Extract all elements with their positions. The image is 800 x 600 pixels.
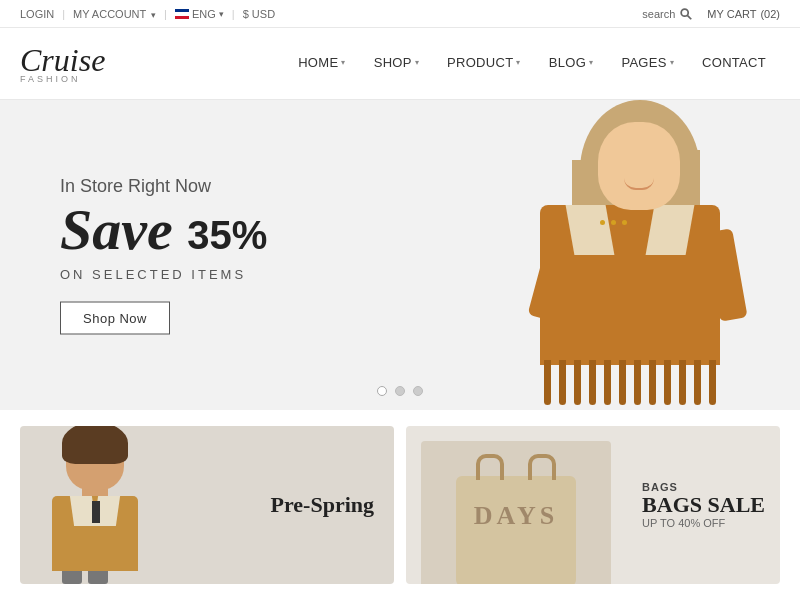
dot-2[interactable] — [395, 386, 405, 396]
promo-card-bags[interactable]: DAYS BAGS BAGS SALE UP TO 40% OFF — [406, 426, 780, 584]
svg-line-1 — [688, 15, 692, 19]
bag-container: DAYS — [421, 441, 611, 584]
promo-card-prespring[interactable]: Pre-Spring — [20, 426, 394, 584]
separator-3: | — [232, 8, 235, 20]
header: Cruise FASHION HOME ▾ SHOP ▾ PRODUCT ▾ B… — [0, 28, 800, 100]
dot-1[interactable] — [377, 386, 387, 396]
chevron-down-icon: ▾ — [670, 58, 674, 67]
logo[interactable]: Cruise FASHION — [20, 44, 105, 84]
cart-area[interactable]: MY CART (02) — [707, 8, 780, 20]
top-bar: LOGIN | MY ACCOUNT ▾ | ENG ▾ | $ USD sea… — [0, 0, 800, 28]
top-bar-left: LOGIN | MY ACCOUNT ▾ | ENG ▾ | $ USD — [20, 8, 275, 20]
hero-slider: In Store Right Now Save 35% ON SELECTED … — [0, 100, 800, 410]
nav-blog[interactable]: BLOG ▾ — [535, 28, 608, 100]
hero-dots — [377, 386, 423, 396]
chevron-down-icon: ▾ — [151, 10, 156, 20]
chevron-down-icon: ▾ — [219, 9, 224, 19]
separator-1: | — [62, 8, 65, 20]
login-link[interactable]: LOGIN — [20, 8, 54, 20]
logo-text: Cruise — [20, 44, 105, 76]
dot-3[interactable] — [413, 386, 423, 396]
shop-now-button[interactable]: Shop Now — [60, 302, 170, 335]
my-account-link[interactable]: MY ACCOUNT ▾ — [73, 8, 156, 20]
chevron-down-icon: ▾ — [341, 58, 345, 67]
hero-subtitle: In Store Right Now — [60, 176, 267, 197]
cart-count: (02) — [760, 8, 780, 20]
bags-sale-sub: UP TO 40% OFF — [642, 517, 765, 529]
girl-face — [598, 122, 680, 210]
language-selector[interactable]: ENG ▾ — [175, 8, 224, 20]
prespring-label: Pre-Spring — [271, 492, 374, 518]
currency-selector[interactable]: $ USD — [243, 8, 275, 20]
top-bar-right: search MY CART (02) — [642, 7, 780, 21]
nav-contact[interactable]: CONTACT — [688, 28, 780, 100]
chevron-down-icon: ▾ — [589, 58, 593, 67]
search-icon — [679, 7, 693, 21]
main-nav: HOME ▾ SHOP ▾ PRODUCT ▾ BLOG ▾ PAGES ▾ C… — [284, 28, 780, 100]
hero-description: ON SELECTED ITEMS — [60, 267, 267, 282]
nav-home[interactable]: HOME ▾ — [284, 28, 360, 100]
bags-sale-label: BAGS BAGS SALE UP TO 40% OFF — [642, 481, 765, 529]
bags-sale-title: BAGS SALE — [642, 493, 765, 517]
cart-label: MY CART — [707, 8, 756, 20]
nav-product[interactable]: PRODUCT ▾ — [433, 28, 535, 100]
flag-icon — [175, 9, 189, 19]
chevron-down-icon: ▾ — [415, 58, 419, 67]
prespring-title: Pre-Spring — [271, 492, 374, 518]
search-area[interactable]: search — [642, 7, 693, 21]
logo-sub: FASHION — [20, 74, 105, 84]
person-figure — [40, 426, 150, 584]
nav-pages[interactable]: PAGES ▾ — [607, 28, 688, 100]
chevron-down-icon: ▾ — [516, 58, 520, 67]
fringe-area — [540, 360, 720, 405]
hero-image — [360, 100, 800, 410]
hero-content: In Store Right Now Save 35% ON SELECTED … — [60, 176, 267, 335]
svg-point-0 — [682, 9, 689, 16]
hero-title: Save 35% — [60, 201, 267, 259]
bottom-section: Pre-Spring DAYS BAGS BAGS SALE UP TO 40%… — [0, 410, 800, 600]
separator-2: | — [164, 8, 167, 20]
search-label: search — [642, 8, 675, 20]
girl-jacket — [540, 205, 720, 365]
nav-shop[interactable]: SHOP ▾ — [360, 28, 433, 100]
